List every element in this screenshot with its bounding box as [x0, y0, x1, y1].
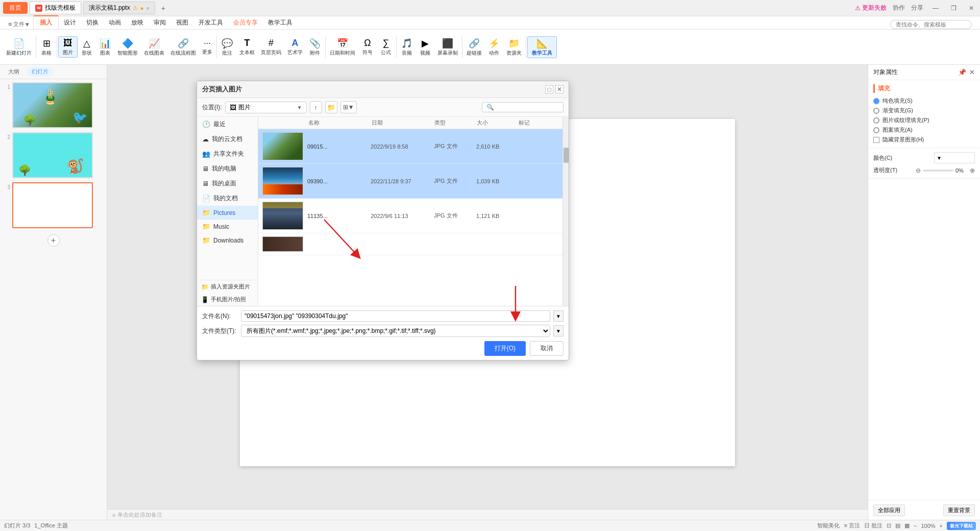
col-tag-header[interactable]: 标记: [519, 119, 552, 127]
sidebar-tab-outline[interactable]: 大纲: [3, 67, 24, 77]
panel-pin-icon[interactable]: 📌: [958, 68, 966, 76]
tool-table[interactable]: ⊞表格: [37, 37, 56, 58]
color-swatch[interactable]: ▼: [934, 152, 975, 163]
window-minimize[interactable]: —: [929, 5, 942, 12]
share-btn[interactable]: 分享: [911, 4, 923, 12]
nav-documents[interactable]: 📄我的文档: [197, 191, 258, 206]
nav-recent[interactable]: 🕐最近: [197, 117, 258, 132]
dialog-close-btn[interactable]: ✕: [555, 85, 564, 93]
file-item-2[interactable]: 09390... 2022/11/28 9:37 JPG 文件 1,039 KB: [258, 164, 562, 199]
zoom-in[interactable]: +: [940, 523, 943, 529]
filetype-select[interactable]: 所有图片(*.emf;*.wmf;*.jpg;*.jpeg;*.jpe;*.pn…: [241, 325, 550, 337]
wps-template-tab[interactable]: W 找版壳模板: [30, 2, 81, 14]
slide-item-1[interactable]: 1 🐦 🌳 🎍: [0, 79, 107, 130]
menu-icon[interactable]: ≡ 文件 ▾: [4, 19, 33, 29]
tool-wordart[interactable]: A艺术字: [284, 37, 306, 57]
tool-smart-graphic[interactable]: 🔷智能图形: [114, 37, 141, 58]
comment-btn[interactable]: 日 批注: [864, 522, 883, 529]
sidebar-tab-slides[interactable]: 幻灯片: [27, 67, 54, 77]
nav-downloads[interactable]: 📁Downloads: [197, 233, 258, 247]
nav-shared[interactable]: 👥共享文件夹: [197, 147, 258, 161]
tool-header-footer[interactable]: #页层页码: [258, 37, 284, 57]
smart-enhance[interactable]: 智能美化: [817, 522, 840, 529]
view-read[interactable]: ▦: [904, 522, 910, 529]
tool-comment[interactable]: 💬批注: [218, 37, 236, 58]
nav-up-btn[interactable]: ↑: [310, 101, 322, 113]
tool-textbox[interactable]: T文本框: [236, 37, 258, 57]
tool-symbol[interactable]: Ω符号: [358, 37, 377, 57]
insert-image-dialog[interactable]: 分页插入图片 □ ✕ 位置(I): 🖼 图片 ▼ ↑ 📁 ⊞▼ 🔍: [197, 81, 569, 360]
file-item-3[interactable]: 11135... 2022/9/6 11:13 JPG 文件 1,121 KB: [258, 199, 562, 233]
dialog-scrollbar[interactable]: [562, 117, 569, 306]
filetype-dropdown-arrow[interactable]: ▼: [553, 325, 564, 336]
tab-member[interactable]: 会员专享: [228, 16, 263, 29]
radio-gradient-fill[interactable]: [873, 108, 879, 114]
nav-cloud[interactable]: ☁我的云文档: [197, 132, 258, 147]
filename-input[interactable]: [241, 310, 550, 322]
checkbox-hide-bg[interactable]: [873, 137, 879, 143]
col-name-header[interactable]: 名称: [308, 119, 372, 127]
tab-close-btn[interactable]: ×: [146, 5, 149, 11]
tool-teaching-tools[interactable]: 📐教学工具: [527, 36, 557, 58]
nav-insert-resource[interactable]: 📁插入资源夹图片: [197, 280, 258, 293]
annotation-btn[interactable]: ≡ 言注: [844, 522, 860, 529]
slide-item-2[interactable]: 2 🐒 🌳: [0, 130, 107, 180]
dialog-restore-btn[interactable]: □: [545, 85, 553, 93]
tool-audio[interactable]: 🎵音频: [398, 37, 416, 58]
tool-attachment[interactable]: 📎附件: [306, 37, 324, 58]
radio-picture-fill[interactable]: [873, 117, 879, 124]
radio-solid-fill[interactable]: [873, 98, 879, 104]
filename-dropdown-arrow[interactable]: ▼: [553, 310, 564, 322]
tool-action[interactable]: ⚡动作: [485, 37, 503, 58]
window-restore[interactable]: ❐: [948, 5, 960, 12]
file-item-4[interactable]: [258, 233, 562, 255]
tab-review[interactable]: 审阅: [149, 16, 171, 29]
dialog-search-box[interactable]: 🔍: [482, 102, 564, 112]
tool-shape[interactable]: △形状: [78, 37, 96, 58]
add-slide-btn[interactable]: +: [47, 234, 60, 247]
tab-view[interactable]: 视图: [171, 16, 193, 29]
search-commands[interactable]: [890, 20, 972, 29]
tool-online-chart[interactable]: 📈在线图表: [141, 37, 167, 58]
new-tab-btn[interactable]: +: [157, 3, 169, 14]
tool-video[interactable]: ▶视频: [416, 37, 434, 58]
nav-mobile-photo[interactable]: 📱手机图片/拍照: [197, 293, 258, 306]
tool-hyperlink[interactable]: 🔗超链接: [463, 37, 485, 58]
slide-item-3[interactable]: 3: [0, 180, 107, 230]
opacity-increase[interactable]: ⊕: [970, 167, 975, 174]
tool-flowchart[interactable]: 🔗在线流程图: [167, 37, 199, 58]
zoom-out[interactable]: −: [914, 523, 917, 529]
doc-tab[interactable]: 演示文稿1.pptx ⚠ ● ×: [83, 2, 155, 14]
collaborate-btn[interactable]: 协作: [893, 4, 905, 12]
panel-close-icon[interactable]: ✕: [969, 68, 975, 76]
tab-teaching[interactable]: 教学工具: [263, 16, 298, 29]
tool-screen-record[interactable]: ⬛屏幕录制: [434, 37, 461, 58]
reset-bg-btn[interactable]: 重置背景: [943, 504, 975, 516]
radio-pattern-fill[interactable]: [873, 127, 879, 133]
file-item-1[interactable]: 09015... 2022/9/19 8:58 JPG 文件 2,610 KB: [258, 129, 562, 164]
apply-all-btn[interactable]: 全部应用: [873, 504, 905, 516]
view-slide[interactable]: ▤: [895, 522, 900, 529]
nav-music[interactable]: 📁Music: [197, 220, 258, 233]
tab-transition[interactable]: 切换: [81, 16, 104, 29]
tab-developer[interactable]: 开发工具: [193, 16, 228, 29]
tab-slideshow[interactable]: 放映: [126, 16, 149, 29]
nav-pictures[interactable]: 📁Pictures: [197, 206, 258, 220]
opacity-decrease[interactable]: ⊖: [916, 167, 921, 174]
tool-picture[interactable]: 🖼图片: [58, 36, 78, 58]
window-close[interactable]: ✕: [966, 5, 977, 12]
tool-datetime[interactable]: 📅日期和时间: [327, 37, 358, 58]
home-tab[interactable]: 首页: [3, 2, 28, 14]
tool-new-slide[interactable]: 📄新建幻灯片: [3, 37, 35, 58]
location-dropdown[interactable]: 🖼 图片 ▼: [225, 102, 307, 113]
tool-more[interactable]: ···更多: [199, 38, 215, 57]
col-size-header[interactable]: 大小: [477, 119, 519, 127]
tool-resource[interactable]: 📁资源夹: [503, 37, 525, 58]
tool-formula[interactable]: ∑公式: [377, 37, 395, 57]
view-normal[interactable]: ⊡: [887, 522, 891, 529]
nav-computer[interactable]: 🖥我的电脑: [197, 161, 258, 176]
col-date-header[interactable]: 日期: [372, 119, 435, 127]
open-btn[interactable]: 打开(O): [484, 341, 526, 356]
tab-insert[interactable]: 插入: [33, 15, 59, 29]
cancel-btn[interactable]: 取消: [530, 341, 564, 356]
